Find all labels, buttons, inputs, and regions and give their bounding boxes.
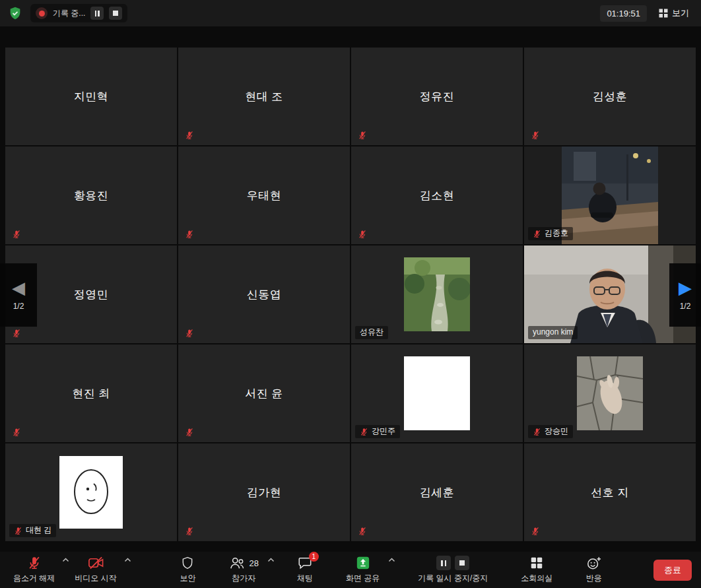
start-video-label: 비디오 시작 <box>75 573 116 584</box>
participant-tile[interactable]: 현진 최 <box>5 344 177 442</box>
smiley-plus-icon <box>585 556 602 570</box>
reactions-label: 반응 <box>586 573 602 584</box>
share-screen-button[interactable]: 화면 공유 <box>338 552 393 588</box>
participants-count: 28 <box>249 558 258 568</box>
muted-mic-icon <box>185 428 194 437</box>
toolbar-right-group: 종료 <box>653 552 696 588</box>
participant-name-badge: yungon kim <box>528 326 578 339</box>
participant-name: 서진 윤 <box>178 344 350 442</box>
toolbar-center-group: 보안 28 참가자 1 채팅 화면 <box>129 552 653 588</box>
participant-tile[interactable]: 현대 조 <box>178 48 350 145</box>
participant-name: yungon kim <box>533 327 573 338</box>
share-screen-icon <box>356 556 370 570</box>
participant-name: 현대 조 <box>178 48 350 145</box>
unmute-label: 음소거 해제 <box>13 573 55 584</box>
muted-mic-icon <box>185 527 194 536</box>
participants-options-caret[interactable] <box>267 558 275 562</box>
gallery-next-button[interactable]: ▶ 1/2 <box>669 263 701 327</box>
participant-name: 김세훈 <box>351 443 523 541</box>
participant-tile[interactable]: 우태현 <box>178 147 350 244</box>
shield-icon <box>181 556 194 570</box>
participant-tile[interactable]: 김세훈 <box>351 443 523 541</box>
record-control-label: 기록 일시 중지/중지 <box>418 573 488 584</box>
chevron-left-icon: ◀ <box>12 279 25 296</box>
gallery-prev-button[interactable]: ◀ 1/2 <box>0 263 37 327</box>
participant-tile[interactable]: 장승민 <box>524 344 696 442</box>
muted-mic-icon <box>531 527 540 536</box>
participant-name: 황용진 <box>5 147 177 244</box>
pause-icon[interactable] <box>436 556 451 570</box>
share-options-caret[interactable] <box>388 558 395 562</box>
unmute-button[interactable]: 음소거 해제 <box>5 552 67 588</box>
chat-label: 채팅 <box>297 573 313 584</box>
participant-name: 김종호 <box>545 228 568 239</box>
muted-mic-icon <box>533 230 541 238</box>
pause-recording-icon[interactable] <box>90 7 104 20</box>
participant-name: 지민혁 <box>5 48 177 145</box>
page-indicator-left: 1/2 <box>13 302 24 311</box>
participant-name: 우태현 <box>178 147 350 244</box>
start-video-button[interactable]: 비디오 시작 <box>67 552 128 588</box>
record-pause-stop-button[interactable]: 기록 일시 중지/중지 <box>410 552 496 588</box>
participant-tile[interactable]: 김소현 <box>351 147 523 244</box>
participant-tile[interactable]: 지민혁 <box>5 48 177 145</box>
participant-name-badge: 장승민 <box>528 425 573 438</box>
chat-button[interactable]: 1 채팅 <box>289 552 321 588</box>
participant-tile[interactable]: 김성훈 <box>524 48 696 145</box>
meeting-timer: 01:19:51 <box>600 5 647 22</box>
video-off-icon <box>88 556 104 570</box>
muted-mic-icon <box>185 230 194 239</box>
participant-tile[interactable]: 김가현 <box>178 443 350 541</box>
security-label: 보안 <box>180 573 195 584</box>
participant-name-badge: 김종호 <box>528 227 573 240</box>
participant-name: 신동엽 <box>178 245 350 343</box>
top-bar: 기록 중... 01:19:51 보기 <box>0 0 701 26</box>
muted-mic-icon <box>358 527 367 536</box>
stop-recording-icon[interactable] <box>109 7 122 20</box>
recording-indicator: 기록 중... <box>30 4 127 22</box>
participant-tile[interactable]: 황용진 <box>5 147 177 244</box>
toolbar-left-group: 음소거 해제 비디오 시작 <box>5 552 129 588</box>
page-indicator-right: 1/2 <box>680 302 691 311</box>
participant-name: 강민주 <box>372 426 395 437</box>
muted-mic-icon <box>185 131 194 140</box>
participant-name: 장승민 <box>545 426 568 437</box>
muted-mic-icon <box>12 230 21 239</box>
participant-name-badge: 대현 김 <box>9 524 56 537</box>
reactions-button[interactable]: 반응 <box>578 552 610 588</box>
muted-mic-icon <box>360 428 368 436</box>
muted-mic-icon <box>533 428 541 436</box>
participant-tile[interactable]: 정유진 <box>351 48 523 145</box>
participant-name: 성유찬 <box>360 327 384 338</box>
muted-mic-icon <box>531 131 540 140</box>
video-options-caret[interactable] <box>124 558 131 562</box>
participant-tile[interactable]: 신동엽 <box>178 245 350 343</box>
stop-icon[interactable] <box>455 556 469 570</box>
participants-button[interactable]: 28 참가자 <box>220 552 271 588</box>
share-screen-label: 화면 공유 <box>346 573 380 584</box>
view-label: 보기 <box>672 7 689 19</box>
participant-tile[interactable]: 서진 윤 <box>178 344 350 442</box>
participant-name: 선호 지 <box>524 443 696 541</box>
recording-label: 기록 중... <box>53 8 85 19</box>
breakout-rooms-button[interactable]: 소회의실 <box>513 552 560 588</box>
end-button[interactable]: 종료 <box>653 560 692 581</box>
participant-tile[interactable]: 대현 김 <box>5 443 177 541</box>
participant-name: 김가현 <box>178 443 350 541</box>
view-button[interactable]: 보기 <box>655 5 693 22</box>
security-button[interactable]: 보안 <box>172 552 203 588</box>
breakout-rooms-label: 소회의실 <box>521 573 552 584</box>
participant-tile[interactable]: 김종호 <box>524 147 696 244</box>
security-shield-icon[interactable] <box>8 6 22 20</box>
muted-mic-icon <box>14 527 22 535</box>
muted-mic-icon <box>12 428 21 437</box>
participant-name: 김성훈 <box>524 48 696 145</box>
participant-tile[interactable]: 성유찬 <box>351 245 523 343</box>
chat-unread-badge: 1 <box>309 552 319 562</box>
participant-name: 대현 김 <box>26 525 51 536</box>
participants-label: 참가자 <box>232 573 255 584</box>
participant-tile[interactable]: 선호 지 <box>524 443 696 541</box>
participant-tile[interactable]: 강민주 <box>351 344 523 442</box>
muted-mic-icon <box>185 329 194 338</box>
grid-view-icon <box>659 9 668 18</box>
